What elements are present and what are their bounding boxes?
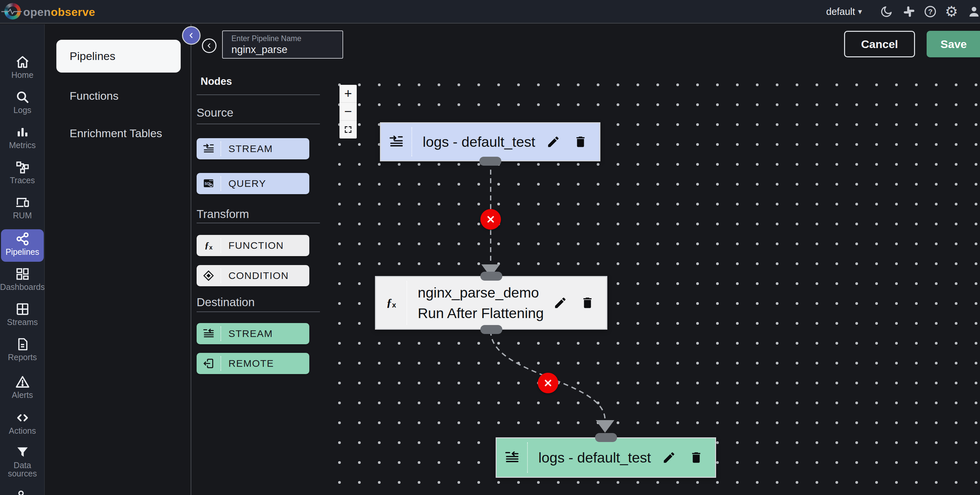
grid-window-icon	[15, 302, 30, 316]
node-input-handle[interactable]	[595, 433, 617, 442]
section-destination: Destination	[197, 295, 255, 309]
pipeline-name-label: Enter Pipeline Name	[231, 34, 301, 43]
edit-pencil-icon[interactable]	[546, 135, 560, 149]
secondary-item-functions[interactable]: Functions	[70, 89, 118, 102]
nodes-panel-title: Nodes	[200, 76, 232, 87]
chevron-left-icon	[206, 43, 213, 49]
save-button[interactable]: Save	[927, 31, 980, 57]
node-subtitle: Run After Flattening	[418, 303, 547, 324]
node-output-handle[interactable]	[479, 157, 501, 166]
org-selector[interactable]: default	[826, 6, 855, 17]
node-function[interactable]: ƒx nginx_parse_demo Run After Flattening	[375, 276, 607, 330]
code-brackets-icon	[15, 411, 30, 425]
sidebar-item-reports[interactable]: Reports	[0, 337, 45, 370]
divider	[197, 124, 320, 124]
search-icon	[15, 90, 30, 105]
user-gear-icon	[15, 489, 30, 495]
back-button[interactable]	[202, 38, 216, 53]
pipeline-name-input[interactable]	[231, 44, 337, 56]
nodes-palette-panel: Nodes Source STREAM	[191, 66, 334, 495]
sidebar-item-pipelines[interactable]: Pipelines	[0, 232, 45, 265]
palette-destination-remote[interactable]: REMOTE	[197, 353, 309, 374]
main-sidebar: Home Logs Metrics Traces RUM Pipelines	[0, 24, 45, 495]
pipelines-secondary-panel: Pipelines Functions Enrichment Tables	[45, 24, 191, 495]
delete-edge-button[interactable]	[480, 209, 501, 230]
bar-chart-icon	[15, 125, 30, 140]
node-stream-destination[interactable]: logs - default_test	[496, 437, 716, 478]
slack-community-icon[interactable]	[902, 4, 916, 19]
fit-view-icon	[344, 125, 352, 134]
edge-arrowhead-icon	[596, 420, 614, 433]
sidebar-item-logs[interactable]: Logs	[0, 90, 45, 123]
divider	[197, 223, 320, 223]
funnel-icon	[15, 445, 30, 460]
delete-trash-icon[interactable]	[581, 296, 595, 310]
zoom-out-button[interactable]: −	[339, 103, 357, 121]
brand-observe: observe	[51, 6, 95, 18]
sidebar-item-actions[interactable]: Actions	[0, 411, 45, 444]
sidebar-item-traces[interactable]: Traces	[0, 160, 45, 193]
sidebar-item-iam[interactable]: IAM	[0, 489, 45, 495]
settings-gear-icon[interactable]: ⚙	[944, 4, 959, 19]
node-input-handle[interactable]	[480, 272, 502, 281]
sidebar-item-metrics[interactable]: Metrics	[0, 125, 45, 158]
pipeline-name-field[interactable]: Enter Pipeline Name	[222, 30, 343, 59]
pipeline-editor: Enter Pipeline Name Cancel Save	[191, 24, 980, 495]
palette-source-stream[interactable]: STREAM	[197, 138, 309, 159]
node-title: nginx_parse_demo	[418, 282, 547, 303]
palette-transform-function[interactable]: ƒx FUNCTION	[197, 235, 309, 256]
org-caret-down-icon[interactable]: ▾	[858, 7, 862, 16]
top-navbar: openobserve default ▾ ? ⚙	[0, 0, 980, 24]
profile-user-icon[interactable]	[967, 4, 980, 19]
section-source: Source	[197, 106, 233, 119]
home-icon	[15, 55, 30, 69]
delete-edge-button[interactable]	[538, 373, 558, 393]
zoom-in-button[interactable]: +	[339, 85, 357, 103]
stream-out-icon	[197, 327, 221, 340]
document-icon	[15, 337, 30, 352]
cancel-button[interactable]: Cancel	[844, 31, 915, 57]
sidebar-item-dashboards[interactable]: Dashboards	[0, 267, 45, 300]
sql-query-icon: SQL	[197, 177, 221, 190]
fit-view-button[interactable]	[339, 121, 357, 138]
secondary-item-pipelines[interactable]: Pipelines	[56, 40, 181, 73]
dark-mode-moon-icon[interactable]	[879, 4, 894, 19]
sidebar-item-streams[interactable]: Streams	[0, 302, 45, 335]
condition-diamond-icon	[197, 270, 221, 282]
stream-in-icon	[381, 134, 411, 150]
brand-wordmark: openobserve	[23, 6, 95, 19]
sidebar-item-rum[interactable]: RUM	[0, 195, 45, 228]
stream-out-icon	[496, 450, 527, 465]
function-icon: ƒx	[197, 240, 221, 251]
delete-trash-icon[interactable]	[574, 135, 587, 149]
sidebar-item-home[interactable]: Home	[0, 55, 45, 88]
palette-transform-condition[interactable]: CONDITION	[197, 265, 309, 286]
stream-in-icon	[197, 143, 221, 155]
svg-text:?: ?	[928, 8, 932, 16]
chevron-left-icon	[188, 32, 195, 39]
function-icon: ƒx	[376, 296, 406, 309]
remote-export-icon	[197, 357, 221, 370]
tree-nodes-icon	[15, 160, 30, 175]
sidebar-item-alerts[interactable]: Alerts	[0, 375, 45, 408]
divider	[197, 311, 320, 312]
edit-pencil-icon[interactable]	[662, 451, 676, 465]
help-icon[interactable]: ?	[923, 4, 937, 19]
collapse-panel-button[interactable]	[182, 26, 200, 45]
node-title: logs - default_test	[528, 447, 656, 468]
node-title: logs - default_test	[412, 132, 540, 152]
sidebar-item-data-sources[interactable]: Data sources	[0, 445, 45, 487]
warning-triangle-icon	[15, 375, 30, 389]
edit-pencil-icon[interactable]	[553, 296, 567, 310]
logo-pulse-icon	[1, 8, 24, 15]
pipeline-canvas[interactable]: logs - default_test ƒx nginx_parse_demo …	[191, 66, 980, 495]
delete-trash-icon[interactable]	[689, 451, 703, 465]
canvas-zoom-controls: + −	[339, 85, 357, 138]
devices-icon	[15, 195, 30, 210]
node-stream-source[interactable]: logs - default_test	[380, 122, 600, 161]
secondary-item-enrichment-tables[interactable]: Enrichment Tables	[70, 127, 162, 140]
palette-destination-stream[interactable]: STREAM	[197, 323, 309, 344]
node-output-handle[interactable]	[480, 325, 502, 334]
palette-source-query[interactable]: SQL QUERY	[197, 173, 309, 194]
close-x-icon	[544, 379, 552, 387]
